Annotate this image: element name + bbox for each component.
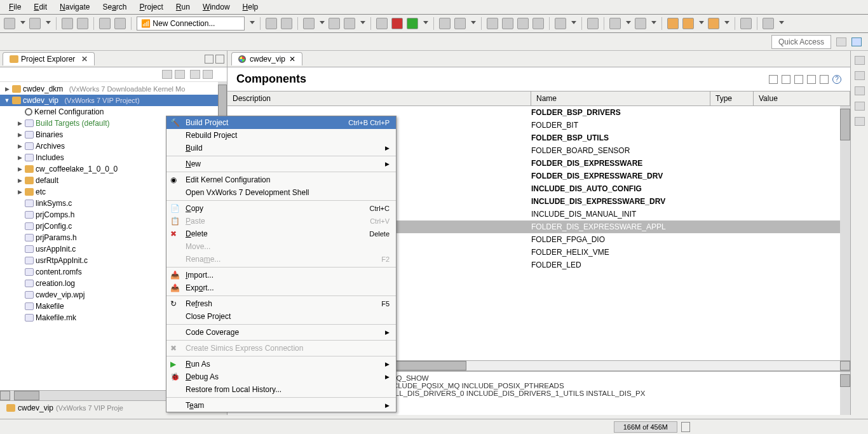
toolbar-icon[interactable] (454, 18, 466, 29)
col-type[interactable]: Type (710, 92, 754, 105)
toolbar-icon[interactable] (502, 18, 513, 29)
menu-run[interactable]: Run (171, 1, 195, 13)
new-connection-combo[interactable]: 📶 New Connection... (137, 17, 245, 31)
perspective-icon[interactable] (851, 37, 862, 46)
dropdown-icon[interactable] (46, 21, 51, 26)
expand-icon[interactable] (807, 75, 816, 84)
help-icon[interactable]: ? (832, 75, 841, 84)
editor-tab[interactable]: cwdev_vip ✕ (231, 52, 302, 65)
menu-move[interactable]: Move... (166, 240, 396, 253)
filter-icon[interactable] (820, 75, 829, 84)
menu-refresh[interactable]: ↻RefreshF5 (166, 297, 396, 310)
dropdown-icon[interactable] (626, 21, 631, 26)
collapse-all-icon[interactable] (162, 70, 172, 79)
back-icon[interactable] (667, 18, 679, 29)
toolbar-icon[interactable] (487, 18, 498, 29)
project-explorer-tab[interactable]: Project Explorer ✕ (3, 52, 95, 65)
menu-copy[interactable]: 📄CopyCtrl+C (166, 202, 396, 215)
toolbar-icon[interactable] (266, 18, 277, 29)
toolbar-icon[interactable] (763, 18, 774, 29)
toolbar-icon[interactable] (77, 18, 88, 29)
menu-window[interactable]: Window (198, 1, 235, 13)
breadcrumb-label[interactable]: cwdev_vip (18, 403, 53, 412)
toolbar-icon[interactable] (303, 18, 315, 29)
collapse-icon[interactable] (769, 75, 778, 84)
gutter-icon[interactable] (855, 117, 865, 126)
toolbar-icon[interactable] (114, 18, 126, 29)
gutter-icon[interactable] (855, 86, 865, 95)
perspective-icon[interactable] (836, 37, 846, 46)
toolbar-icon[interactable] (4, 18, 15, 29)
toolbar-icon[interactable] (190, 70, 200, 79)
link-editor-icon[interactable] (175, 70, 185, 79)
collapse-icon[interactable] (794, 75, 803, 84)
menu-search[interactable]: Search (97, 1, 132, 13)
toolbar-icon[interactable] (609, 18, 621, 29)
gutter-icon[interactable] (855, 102, 865, 111)
gutter-icon[interactable] (855, 56, 865, 65)
toolbar-icon[interactable] (407, 18, 418, 29)
close-icon[interactable]: ✕ (289, 55, 295, 64)
minimize-icon[interactable] (205, 55, 214, 64)
dropdown-icon[interactable] (471, 21, 476, 26)
forward-icon[interactable] (682, 18, 694, 29)
dropdown-icon[interactable] (651, 21, 656, 26)
dropdown-icon[interactable] (779, 21, 784, 26)
col-description[interactable]: Description (227, 92, 531, 105)
menu-run-as[interactable]: ▶Run As▶ (166, 358, 396, 370)
maximize-icon[interactable] (215, 55, 224, 64)
toolbar-icon[interactable] (29, 18, 41, 29)
tree-item[interactable]: ▶cwdev_dkm (VxWorks 7 Downloadable Kerne… (0, 83, 227, 95)
gc-icon[interactable] (681, 422, 690, 432)
menu-help[interactable]: Help (238, 1, 264, 13)
menu-build[interactable]: Build▶ (166, 142, 396, 154)
expand-icon[interactable] (782, 75, 790, 84)
menu-build-project[interactable]: 🔨Build ProjectCtrl+B Ctrl+P (166, 116, 396, 129)
close-icon[interactable]: ✕ (81, 55, 88, 64)
menu-edit-kernel[interactable]: ◉Edit Kernel Configuration (166, 173, 396, 186)
col-name[interactable]: Name (531, 92, 710, 105)
toolbar-icon[interactable] (635, 18, 646, 29)
menu-delete[interactable]: ✖DeleteDelete (166, 227, 396, 240)
tree-item-selected[interactable]: ▼cwdev_vip (VxWorks 7 VIP Project) (0, 95, 227, 106)
menu-export[interactable]: 📤Export... (166, 281, 396, 294)
menu-code-coverage[interactable]: Code Coverage▶ (166, 326, 396, 339)
dropdown-icon[interactable] (20, 21, 25, 26)
toolbar-icon[interactable] (99, 18, 111, 29)
menu-restore-history[interactable]: Restore from Local History... (166, 383, 396, 396)
menu-open-shell[interactable]: Open VxWorks 7 Development Shell (166, 186, 396, 199)
vertical-scrollbar[interactable] (840, 372, 850, 415)
toolbar-icon[interactable] (344, 18, 355, 29)
toolbar-icon[interactable] (62, 18, 73, 29)
dropdown-icon[interactable] (320, 21, 325, 26)
toolbar-icon[interactable] (203, 70, 213, 79)
menu-import[interactable]: 📥Import... (166, 269, 396, 281)
dropdown-icon[interactable] (250, 21, 255, 26)
toolbar-icon[interactable] (281, 18, 292, 29)
menu-file[interactable]: File (4, 1, 26, 13)
toolbar-icon[interactable] (517, 18, 529, 29)
menu-edit[interactable]: Edit (29, 1, 52, 13)
gutter-icon[interactable] (855, 71, 865, 80)
menu-project[interactable]: Project (134, 1, 168, 13)
col-value[interactable]: Value (754, 92, 850, 105)
menu-team[interactable]: Team▶ (166, 399, 396, 412)
dropdown-icon[interactable] (360, 21, 365, 26)
menu-new[interactable]: New▶ (166, 158, 396, 170)
dropdown-icon[interactable] (571, 21, 576, 26)
menu-rebuild-project[interactable]: Rebuild Project (166, 129, 396, 142)
toolbar-icon[interactable] (555, 18, 566, 29)
menu-rename[interactable]: Rename...F2 (166, 253, 396, 266)
dropdown-icon[interactable] (699, 21, 704, 26)
memory-indicator[interactable]: 166M of 456M (614, 421, 677, 433)
menu-close-project[interactable]: Close Project (166, 310, 396, 323)
menu-debug-as[interactable]: 🐞Debug As▶ (166, 370, 396, 383)
toolbar-icon[interactable] (740, 18, 752, 29)
dropdown-icon[interactable] (423, 21, 428, 26)
menu-simics[interactable]: ✖Create Simics Express Connection (166, 342, 396, 355)
toolbar-icon[interactable] (439, 18, 451, 29)
toolbar-icon[interactable] (708, 18, 719, 29)
menu-navigate[interactable]: Navigate (55, 1, 95, 13)
vertical-scrollbar[interactable] (840, 106, 850, 360)
toolbar-icon[interactable] (329, 18, 340, 29)
